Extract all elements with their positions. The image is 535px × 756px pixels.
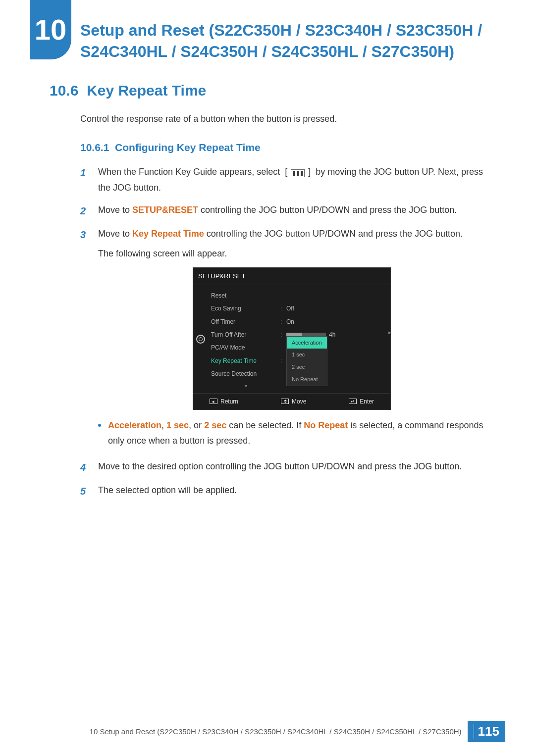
osd-menu: Reset Eco Saving : Off Off Timer : On <box>208 285 390 393</box>
osd-panel: SETUP&RESET Reset Eco Saving : Off <box>193 267 391 410</box>
step-number: 5 <box>80 483 89 500</box>
step-number: 2 <box>80 202 89 219</box>
return-icon <box>210 399 217 404</box>
steps-list: 1 When the Function Key Guide appears, s… <box>80 164 485 500</box>
bullet-icon <box>98 424 101 427</box>
osd-title: SETUP&RESET <box>193 268 390 285</box>
page-number: 115 <box>474 724 499 739</box>
svg-rect-3 <box>301 171 303 176</box>
chevron-down-icon: ▾ <box>211 381 280 390</box>
enter-icon <box>349 399 357 404</box>
highlight-keyrepeat: Key Repeat Time <box>132 229 204 239</box>
section-heading: 10.6 Key Repeat Time <box>50 82 505 99</box>
osd-gear-column <box>193 285 208 393</box>
step-body: Move to SETUP&RESET controlling the JOG … <box>98 202 485 219</box>
step-5: 5 The selected option will be applied. <box>80 483 485 500</box>
highlight-norepeat: No Repeat <box>304 420 348 430</box>
step-text: Move to <box>98 229 132 239</box>
step-body: The selected option will be applied. <box>98 483 485 500</box>
section-number: 10.6 <box>50 82 78 99</box>
text: , <box>161 420 166 430</box>
osd-footer-move: Move <box>292 397 306 406</box>
osd-option-2sec: 2 sec <box>287 361 327 373</box>
highlight-setupreset: SETUP&RESET <box>132 205 198 215</box>
step-text: Move to <box>98 205 132 215</box>
osd-item-keyrepeat: Key Repeat Time <box>211 356 280 366</box>
section-intro: Control the response rate of a button wh… <box>80 114 505 124</box>
chapter-title: Setup and Reset (S22C350H / S23C340H / S… <box>80 10 505 62</box>
osd-item-eco: Eco Saving <box>211 303 280 313</box>
osd-footer: Return Move Enter <box>193 393 390 409</box>
subsection-title: Configuring Key Repeat Time <box>115 142 261 153</box>
svg-rect-2 <box>297 171 299 176</box>
osd-value-turnoff: 4h <box>329 330 335 340</box>
osd-item-reset: Reset <box>211 291 280 301</box>
osd-item-source: Source Detection <box>211 369 280 379</box>
osd-option-acceleration: Acceleration <box>287 337 327 349</box>
chevron-right-icon: ▸ <box>388 328 391 337</box>
gear-icon <box>196 335 205 344</box>
osd-dropdown: Acceleration 1 sec 2 sec No Repeat <box>286 336 327 386</box>
footer-text: 10 Setup and Reset (S22C350H / S23C340H … <box>90 727 462 736</box>
text: , or <box>189 420 204 430</box>
step-2: 2 Move to SETUP&RESET controlling the JO… <box>80 202 485 219</box>
step-body: When the Function Key Guide appears, sel… <box>98 164 485 195</box>
page-number-badge: 115 <box>468 721 505 742</box>
step-text: controlling the JOG button UP/DOWN and p… <box>204 229 463 239</box>
osd-value-offtimer: On <box>286 317 387 327</box>
chapter-badge: 10 <box>30 0 71 59</box>
step-body: Move to Key Repeat Time controlling the … <box>98 226 485 453</box>
step-text: controlling the JOG button UP/DOWN and p… <box>198 205 457 215</box>
step-4: 4 Move to the desired option controlling… <box>80 459 485 476</box>
step-1: 1 When the Function Key Guide appears, s… <box>80 164 485 195</box>
highlight-acceleration: Acceleration <box>108 420 161 430</box>
osd-option-norepeat: No Repeat <box>287 373 327 386</box>
step-number: 4 <box>80 459 89 476</box>
subsection-number: 10.6.1 <box>80 142 109 153</box>
step-body: Move to the desired option controlling t… <box>98 459 485 476</box>
bullet-item: Acceleration, 1 sec, or 2 sec can be sel… <box>98 418 485 448</box>
osd-item-offtimer: Off Timer <box>211 317 280 327</box>
svg-rect-1 <box>293 171 295 176</box>
osd-option-1sec: 1 sec <box>287 349 327 361</box>
bullet-text: Acceleration, 1 sec, or 2 sec can be sel… <box>108 418 485 448</box>
osd-footer-enter: Enter <box>360 397 374 406</box>
chapter-number: 10 <box>35 15 67 44</box>
step-number: 1 <box>80 164 89 195</box>
osd-value-eco: Off <box>286 303 387 313</box>
highlight-2sec: 2 sec <box>204 420 226 430</box>
osd-footer-return: Return <box>220 397 238 406</box>
osd-item-pcav: PC/AV Mode <box>211 343 280 353</box>
step-number: 3 <box>80 226 89 453</box>
step-text: The following screen will appear. <box>98 246 485 261</box>
move-icon <box>281 399 289 404</box>
step-3: 3 Move to Key Repeat Time controlling th… <box>80 226 485 453</box>
osd-item-turnoff: Turn Off After <box>211 330 280 340</box>
chapter-header: 10 Setup and Reset (S22C350H / S23C340H … <box>30 10 505 62</box>
page-footer: 10 Setup and Reset (S22C350H / S23C340H … <box>0 721 535 742</box>
text: can be selected. If <box>226 420 304 430</box>
step-text: When the Function Key Guide appears, sel… <box>98 167 280 177</box>
highlight-1sec: 1 sec <box>166 420 189 430</box>
section-title: Key Repeat Time <box>87 82 206 99</box>
subsection-heading: 10.6.1 Configuring Key Repeat Time <box>80 142 505 153</box>
menu-icon <box>291 165 305 180</box>
